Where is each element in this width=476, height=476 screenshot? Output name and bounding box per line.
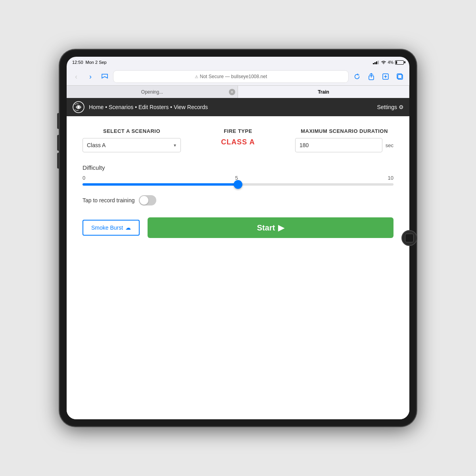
slider-min-label: 0	[83, 175, 85, 181]
cloud-icon: ☁	[125, 225, 131, 231]
select-scenario-section: SELECT A SCENARIO Class A Class B Class …	[83, 128, 181, 152]
play-icon: ▶	[278, 223, 284, 232]
app-screen: Home • Scenarios • Edit Rosters • View R…	[67, 98, 409, 419]
wifi-icon	[381, 60, 386, 64]
svg-rect-3	[378, 61, 379, 64]
scenario-select[interactable]: Class A Class B Class C Class D	[83, 138, 181, 152]
slider-max-label: 10	[388, 175, 393, 181]
scenario-grid: SELECT A SCENARIO Class A Class B Class …	[83, 128, 393, 152]
ipad-screen: 12:50 Mon 2 Sep 4%	[67, 57, 409, 419]
date-display: Mon 2 Sep	[86, 60, 107, 65]
time-display: 12:50	[72, 60, 83, 65]
smoke-burst-label: Smoke Burst	[91, 225, 123, 231]
scenario-select-wrapper: Class A Class B Class C Class D ▼	[83, 138, 181, 152]
status-bar: 12:50 Mon 2 Sep 4%	[67, 57, 409, 68]
start-label: Start	[257, 223, 275, 232]
settings-label: Settings	[377, 104, 397, 110]
slider-container: 0 5 10	[83, 175, 393, 186]
record-training-row: Tap to record training	[83, 195, 393, 205]
start-button[interactable]: Start ▶	[148, 217, 393, 238]
slider-thumb[interactable]	[234, 180, 242, 189]
fire-type-section: FIRE TYPE CLASS A	[189, 128, 287, 152]
back-button[interactable]: ‹	[71, 71, 82, 82]
svg-rect-2	[376, 61, 377, 64]
browser-tabs: Opening... ✕ Train	[67, 85, 409, 98]
settings-button[interactable]: Settings ⚙	[377, 104, 404, 110]
duration-unit: sec	[386, 142, 393, 148]
home-button-inner	[405, 234, 414, 242]
svg-point-9	[77, 106, 80, 108]
battery-percent: 4%	[388, 60, 393, 65]
duration-section: MAXIMUM SCENARIO DURATION sec	[295, 128, 393, 152]
difficulty-label: Difficulty	[83, 164, 393, 171]
svg-rect-1	[374, 62, 376, 64]
select-scenario-label: SELECT A SCENARIO	[83, 128, 181, 134]
difficulty-section: Difficulty 0 5 10	[83, 164, 393, 186]
home-button[interactable]	[401, 230, 417, 246]
duration-input[interactable]	[295, 138, 382, 152]
ipad-device: 12:50 Mon 2 Sep 4%	[60, 50, 416, 426]
record-training-label: Tap to record training	[83, 197, 135, 203]
battery-icon	[395, 60, 404, 65]
toggle-knob	[140, 196, 148, 205]
slider-fill	[83, 183, 238, 186]
svg-rect-0	[373, 63, 374, 64]
signal-icon	[373, 60, 379, 64]
fire-type-value: CLASS A	[189, 138, 287, 146]
duration-input-row: sec	[295, 138, 393, 152]
browser-chrome: ‹ › ⚠ Not Secure — bullseye1008.net	[67, 68, 409, 98]
fire-type-label: FIRE TYPE	[189, 128, 287, 134]
tab-opening[interactable]: Opening... ✕	[67, 86, 238, 98]
browser-toolbar: ‹ › ⚠ Not Secure — bullseye1008.net	[67, 68, 409, 85]
smoke-burst-button[interactable]: Smoke Burst ☁	[83, 220, 140, 236]
url-text: Not Secure — bullseye1008.net	[200, 74, 267, 79]
bottom-row: Smoke Burst ☁ Start ▶	[83, 217, 393, 238]
share-button[interactable]	[366, 71, 377, 82]
record-training-toggle[interactable]	[139, 195, 156, 205]
battery-fill	[396, 61, 397, 64]
tab-close-icon[interactable]: ✕	[229, 89, 235, 95]
app-content: SELECT A SCENARIO Class A Class B Class …	[67, 116, 409, 419]
bookmarks-button[interactable]	[99, 71, 110, 82]
lock-icon: ⚠	[195, 75, 198, 79]
app-navbar: Home • Scenarios • Edit Rosters • View R…	[67, 98, 409, 116]
slider-track	[83, 183, 393, 186]
gear-icon: ⚙	[399, 104, 404, 110]
tab-opening-label: Opening...	[141, 89, 163, 95]
reload-button[interactable]	[351, 71, 363, 82]
breadcrumb: Home • Scenarios • Edit Rosters • View R…	[89, 104, 377, 110]
app-logo	[72, 101, 85, 113]
new-tab-button[interactable]	[380, 71, 391, 82]
status-bar-right: 4%	[373, 60, 404, 65]
url-bar[interactable]: ⚠ Not Secure — bullseye1008.net	[113, 71, 348, 83]
status-bar-left: 12:50 Mon 2 Sep	[72, 60, 107, 65]
tabs-button[interactable]	[394, 71, 405, 82]
tab-train-label: Train	[318, 89, 329, 95]
forward-button[interactable]: ›	[85, 71, 96, 82]
tab-train[interactable]: Train	[238, 86, 409, 98]
max-duration-label: MAXIMUM SCENARIO DURATION	[295, 128, 393, 134]
